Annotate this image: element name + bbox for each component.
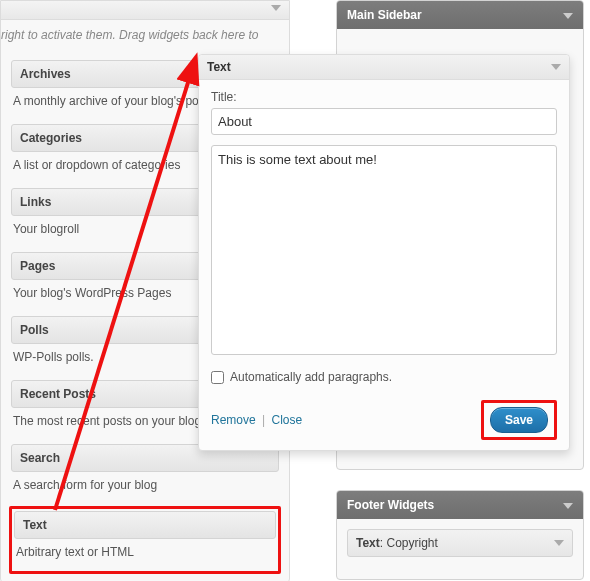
widget-description: Arbitrary text or HTML xyxy=(14,539,276,569)
content-textarea[interactable] xyxy=(211,145,557,355)
chevron-down-icon xyxy=(563,13,573,19)
widget-title: Text xyxy=(14,511,276,539)
text-widget-header-label: Text xyxy=(207,60,231,74)
text-widget-header[interactable]: Text xyxy=(199,55,569,80)
title-label: Title: xyxy=(211,90,557,104)
available-widget-text[interactable]: Text Arbitrary text or HTML xyxy=(14,511,276,569)
title-input[interactable] xyxy=(211,108,557,135)
footer-widgets-header[interactable]: Footer Widgets xyxy=(337,491,583,519)
footer-widgets-title: Footer Widgets xyxy=(347,498,434,512)
highlight-text-widget: Text Arbitrary text or HTML xyxy=(9,506,281,574)
footer-item-label: Text xyxy=(356,536,380,550)
text-widget-editor: Text Title: Automatically add paragraphs… xyxy=(198,54,570,451)
main-sidebar-title: Main Sidebar xyxy=(347,8,422,22)
chevron-down-icon xyxy=(551,64,561,70)
close-link[interactable]: Close xyxy=(272,413,303,427)
chevron-down-icon xyxy=(563,503,573,509)
auto-paragraphs-label: Automatically add paragraphs. xyxy=(230,370,392,384)
drag-hint-text: right to activate them. Drag widgets bac… xyxy=(1,20,289,54)
chevron-down-icon xyxy=(271,5,281,11)
remove-link[interactable]: Remove xyxy=(211,413,256,427)
link-actions: Remove | Close xyxy=(211,413,302,427)
chevron-down-icon xyxy=(554,540,564,546)
available-widgets-toggle[interactable] xyxy=(1,1,289,20)
available-widget[interactable]: SearchA search form for your blog xyxy=(11,444,279,502)
highlight-save: Save xyxy=(481,400,557,440)
footer-widgets-area[interactable]: Footer Widgets Text: Copyright xyxy=(336,490,584,580)
footer-item-value: Copyright xyxy=(386,536,437,550)
auto-paragraphs-checkbox[interactable] xyxy=(211,371,224,384)
save-button[interactable]: Save xyxy=(490,407,548,433)
footer-widget-item[interactable]: Text: Copyright xyxy=(347,529,573,557)
widget-description: A search form for your blog xyxy=(11,472,279,502)
main-sidebar-header[interactable]: Main Sidebar xyxy=(337,1,583,29)
